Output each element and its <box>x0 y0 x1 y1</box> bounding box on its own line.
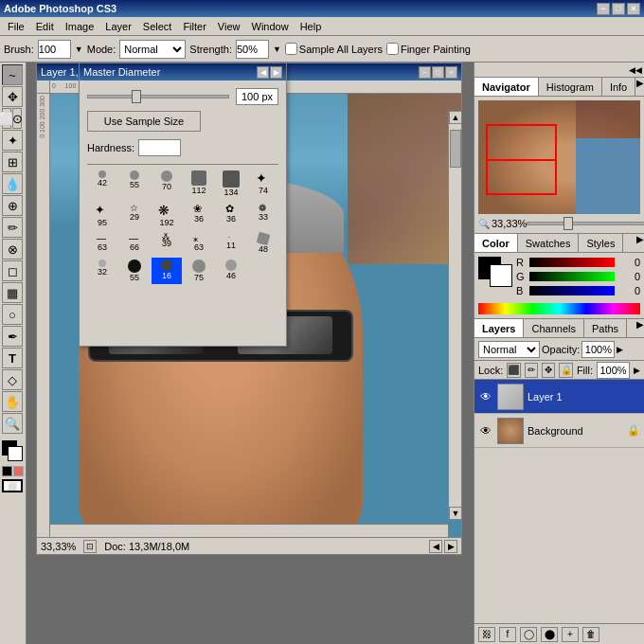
layer-style-btn[interactable]: f <box>499 627 516 642</box>
brush-item[interactable]: ✦95 <box>87 201 117 229</box>
lock-all-btn[interactable]: 🔒 <box>559 363 572 378</box>
brush-item[interactable]: 46 <box>216 258 246 284</box>
scroll-right-btn[interactable]: ▶ <box>444 540 457 553</box>
scroll-left-btn[interactable]: ◀ <box>429 540 442 553</box>
tool-healing[interactable]: ⊕ <box>2 195 23 216</box>
menu-image[interactable]: Image <box>60 19 100 34</box>
hardness-input[interactable] <box>138 139 181 156</box>
menu-filter[interactable]: Filter <box>177 19 211 34</box>
brush-item[interactable]: ❋192 <box>152 201 182 229</box>
menu-window[interactable]: Window <box>246 19 295 34</box>
menu-edit[interactable]: Edit <box>30 19 60 34</box>
brush-item[interactable]: ☆29 <box>119 201 150 229</box>
brush-item[interactable]: ✦74 <box>248 169 278 199</box>
brush-item[interactable]: ⁎63 <box>184 231 214 256</box>
tool-crop[interactable]: ⊞ <box>2 152 23 172</box>
quick-mask-btn[interactable] <box>2 466 24 476</box>
color-panel-options-arrow[interactable]: ▶ <box>636 234 644 252</box>
brush-item[interactable]: 134 <box>216 169 246 199</box>
background-color-swatch[interactable] <box>490 264 512 287</box>
info-tab[interactable]: Info <box>602 78 635 96</box>
tool-eraser[interactable]: ◻ <box>2 260 23 281</box>
tool-clone[interactable]: ⊗ <box>2 239 23 259</box>
brush-item[interactable]: 48 <box>248 231 278 256</box>
tool-smudge[interactable]: ~ <box>2 64 23 85</box>
layer1-visibility-btn[interactable]: 👁 <box>478 389 493 404</box>
swatches-tab[interactable]: Swatches <box>518 234 580 252</box>
scroll-thumb[interactable] <box>450 130 461 168</box>
layer-item-layer1[interactable]: 👁 Layer 1 <box>474 380 644 414</box>
menu-file[interactable]: File <box>2 19 30 34</box>
tool-gradient[interactable]: ▦ <box>2 282 23 303</box>
navigator-zoom-slider[interactable] <box>527 222 644 225</box>
canvas-scrollbar-horizontal[interactable] <box>50 524 448 537</box>
menu-layer[interactable]: Layer <box>99 19 137 34</box>
tool-move[interactable]: ✥ <box>2 86 23 107</box>
brush-item[interactable]: —66 <box>119 231 150 256</box>
brush-popup-arrow[interactable]: ◀ <box>257 66 269 79</box>
scroll-down-btn[interactable]: ▼ <box>449 507 461 520</box>
tool-lasso[interactable]: ⊙ <box>12 108 22 129</box>
mode-select[interactable]: Normal <box>119 40 186 59</box>
tool-pen[interactable]: ✒ <box>2 326 23 347</box>
new-fill-layer-btn[interactable]: ⬤ <box>541 627 558 642</box>
doc-maximize-btn[interactable]: □ <box>432 66 444 79</box>
blend-mode-select[interactable]: Normal <box>478 341 540 358</box>
brush-item[interactable]: ·11 <box>216 231 246 256</box>
tool-rect-select[interactable]: ⬜ <box>2 108 11 129</box>
brush-item[interactable] <box>248 258 278 284</box>
close-button[interactable]: × <box>627 3 640 15</box>
sample-all-checkbox[interactable] <box>285 43 297 55</box>
brush-item[interactable]: ❁33 <box>248 201 278 229</box>
brush-item[interactable]: —63 <box>87 231 117 256</box>
brush-item[interactable]: 42 <box>87 169 117 199</box>
paths-tab[interactable]: Paths <box>584 319 627 337</box>
background-visibility-btn[interactable]: 👁 <box>478 423 493 438</box>
finger-painting-checkbox[interactable] <box>386 43 399 55</box>
maximize-button[interactable]: □ <box>612 3 625 15</box>
tool-zoom[interactable]: 🔍 <box>2 413 23 434</box>
strength-arrow[interactable]: ▼ <box>273 45 281 54</box>
doc-minimize-btn[interactable]: − <box>419 66 431 79</box>
layer-item-background[interactable]: 👁 Background 🔒 <box>474 414 644 448</box>
tool-text[interactable]: T <box>2 348 23 368</box>
scroll-up-btn[interactable]: ▲ <box>449 111 461 124</box>
link-layers-btn[interactable]: ⛓ <box>478 627 495 642</box>
tool-hand[interactable]: ✋ <box>2 391 23 412</box>
diameter-slider[interactable] <box>87 95 229 98</box>
layer-mask-btn[interactable]: ◯ <box>520 627 537 642</box>
brush-item[interactable]: ✿36 <box>216 201 246 229</box>
layers-panel-options-arrow[interactable]: ▶ <box>636 319 644 337</box>
lock-transparent-btn[interactable]: ⬛ <box>507 363 520 378</box>
layers-tab[interactable]: Layers <box>474 319 524 337</box>
brush-item[interactable]: 55 <box>119 258 150 284</box>
use-sample-size-button[interactable]: Use Sample Size <box>87 111 201 132</box>
color-spectrum-bar[interactable] <box>478 303 640 314</box>
brush-item[interactable]: 70 <box>152 169 182 199</box>
channels-tab[interactable]: Channels <box>524 319 583 337</box>
brush-item[interactable]: ⁂39 <box>152 231 182 256</box>
fill-arrow[interactable]: ▶ <box>634 366 640 375</box>
brush-item[interactable]: 55 <box>119 169 150 199</box>
histogram-tab[interactable]: Histogram <box>539 78 602 96</box>
collapse-panels-btn[interactable]: ◀◀ <box>629 65 642 75</box>
lock-position-btn[interactable]: ✥ <box>542 363 555 378</box>
tool-brush[interactable]: ✏ <box>2 217 23 238</box>
brush-item[interactable]: 112 <box>184 169 214 199</box>
brush-item[interactable]: 75 <box>184 258 214 284</box>
navigator-tab[interactable]: Navigator <box>474 78 539 96</box>
styles-tab[interactable]: Styles <box>579 234 623 252</box>
menu-view[interactable]: View <box>212 19 246 34</box>
brush-size-input[interactable] <box>38 40 71 59</box>
tool-shape[interactable]: ◇ <box>2 369 23 390</box>
brush-item[interactable]: ❀36 <box>184 201 214 229</box>
minimize-button[interactable]: − <box>597 3 610 15</box>
canvas-scrollbar-vertical[interactable]: ▲ ▼ <box>448 111 461 520</box>
tool-eyedropper[interactable]: 💧 <box>2 173 23 194</box>
diameter-value[interactable] <box>236 88 278 105</box>
opacity-arrow[interactable]: ▶ <box>617 345 623 354</box>
opacity-input[interactable] <box>581 341 615 358</box>
brush-item[interactable]: 32 <box>87 258 117 284</box>
screen-mode-btn[interactable]: ⬜ <box>2 479 24 492</box>
doc-close-btn[interactable]: × <box>445 66 457 79</box>
